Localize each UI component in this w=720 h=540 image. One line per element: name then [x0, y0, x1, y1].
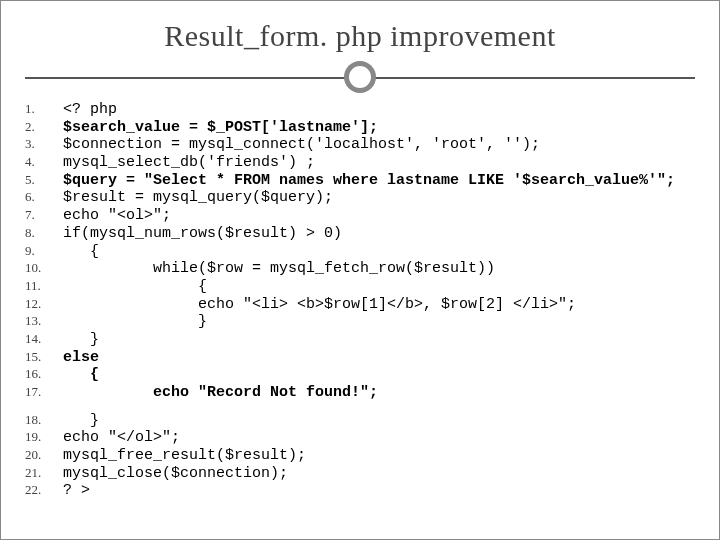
code-line: 7.echo "<ol>"; — [25, 207, 695, 225]
code-text: echo "<ol>"; — [63, 207, 171, 225]
code-text: } — [63, 331, 99, 349]
code-block-1: 1.<? php2.$search_value = $_POST['lastna… — [25, 101, 695, 402]
code-text: { — [63, 278, 207, 296]
line-number: 21. — [25, 465, 63, 480]
code-line: 9. { — [25, 243, 695, 261]
code-line: 18. } — [25, 412, 695, 430]
line-number: 10. — [25, 260, 63, 275]
code-text: else — [63, 349, 99, 367]
line-number: 6. — [25, 189, 63, 204]
code-text: mysql_free_result($result); — [63, 447, 306, 465]
line-number: 13. — [25, 313, 63, 328]
code-line: 13. } — [25, 313, 695, 331]
page-title: Result_form. php improvement — [25, 19, 695, 53]
code-text: $result = mysql_query($query); — [63, 189, 333, 207]
line-number: 17. — [25, 384, 63, 399]
code-text: $query = "Select * FROM names where last… — [63, 172, 675, 190]
code-line: 16. { — [25, 366, 695, 384]
line-number: 3. — [25, 136, 63, 151]
line-number: 19. — [25, 429, 63, 444]
code-text: echo "</ol>"; — [63, 429, 180, 447]
code-line: 21.mysql_close($connection); — [25, 465, 695, 483]
line-number: 16. — [25, 366, 63, 381]
line-number: 7. — [25, 207, 63, 222]
code-line: 22.? > — [25, 482, 695, 500]
line-number: 9. — [25, 243, 63, 258]
code-text: } — [63, 412, 99, 430]
code-text: mysql_close($connection); — [63, 465, 288, 483]
code-text: ? > — [63, 482, 90, 500]
divider-circle-icon — [344, 61, 376, 93]
line-number: 4. — [25, 154, 63, 169]
code-line: 3.$connection = mysql_connect('localhost… — [25, 136, 695, 154]
code-line: 5.$query = "Select * FROM names where la… — [25, 172, 695, 190]
line-number: 15. — [25, 349, 63, 364]
code-area: 1.<? php2.$search_value = $_POST['lastna… — [25, 101, 695, 500]
line-number: 14. — [25, 331, 63, 346]
line-number: 18. — [25, 412, 63, 427]
code-text: if(mysql_num_rows($result) > 0) — [63, 225, 342, 243]
line-number: 22. — [25, 482, 63, 497]
line-number: 12. — [25, 296, 63, 311]
code-line: 12. echo "<li> <b>$row[1]</b>, $row[2] <… — [25, 296, 695, 314]
line-number: 1. — [25, 101, 63, 116]
code-line: 14. } — [25, 331, 695, 349]
code-line: 19.echo "</ol>"; — [25, 429, 695, 447]
code-text: } — [63, 313, 207, 331]
code-text: $connection = mysql_connect('localhost',… — [63, 136, 540, 154]
code-line: 4.mysql_select_db('friends') ; — [25, 154, 695, 172]
code-line: 2.$search_value = $_POST['lastname']; — [25, 119, 695, 137]
code-line: 15.else — [25, 349, 695, 367]
code-text: while($row = mysql_fetch_row($result)) — [63, 260, 495, 278]
code-text: <? php — [63, 101, 117, 119]
line-number: 20. — [25, 447, 63, 462]
code-text: echo "Record Not found!"; — [63, 384, 378, 402]
code-text: mysql_select_db('friends') ; — [63, 154, 315, 172]
line-number: 2. — [25, 119, 63, 134]
code-line: 6.$result = mysql_query($query); — [25, 189, 695, 207]
code-text: echo "<li> <b>$row[1]</b>, $row[2] </li>… — [63, 296, 576, 314]
code-line: 1.<? php — [25, 101, 695, 119]
title-divider — [25, 59, 695, 95]
code-line: 10. while($row = mysql_fetch_row($result… — [25, 260, 695, 278]
code-line: 8.if(mysql_num_rows($result) > 0) — [25, 225, 695, 243]
line-number: 8. — [25, 225, 63, 240]
slide: Result_form. php improvement 1.<? php2.$… — [0, 0, 720, 540]
code-text: { — [63, 366, 99, 384]
code-line: 11. { — [25, 278, 695, 296]
code-line: 20.mysql_free_result($result); — [25, 447, 695, 465]
line-number: 11. — [25, 278, 63, 293]
line-number: 5. — [25, 172, 63, 187]
code-block-2: 18. }19.echo "</ol>";20.mysql_free_resul… — [25, 412, 695, 500]
code-text: { — [63, 243, 99, 261]
code-line: 17. echo "Record Not found!"; — [25, 384, 695, 402]
code-text: $search_value = $_POST['lastname']; — [63, 119, 378, 137]
